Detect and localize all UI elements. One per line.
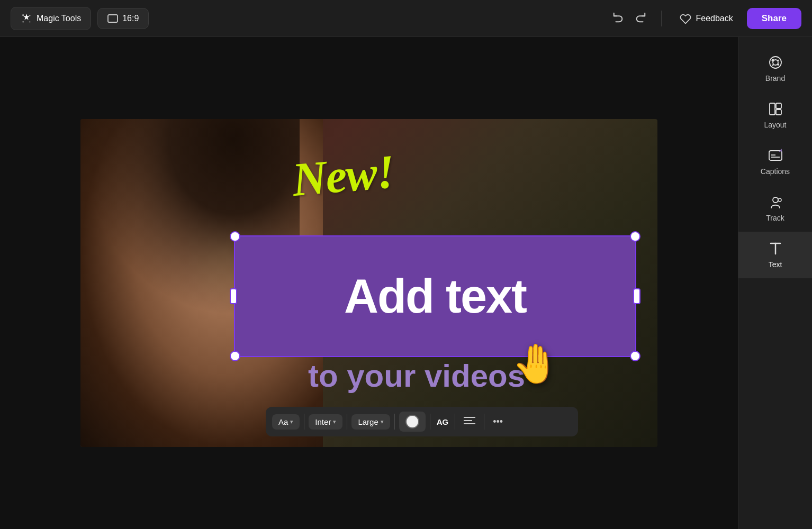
text-format-toolbar: Aa ▾ Inter ▾ Large ▾ AG: [266, 407, 578, 436]
font-family-button[interactable]: Inter ▾: [309, 414, 342, 430]
share-button[interactable]: Share: [747, 8, 801, 29]
sidebar-item-text[interactable]: Text: [738, 232, 812, 278]
handle-middle-left[interactable]: [230, 288, 237, 304]
svg-rect-16: [776, 110, 781, 115]
svg-rect-15: [776, 103, 781, 108]
aspect-ratio-icon: [107, 14, 118, 23]
right-sidebar: Brand Layout Captions: [738, 37, 812, 529]
sidebar-item-track[interactable]: Track: [738, 185, 812, 232]
text-case-label: AG: [435, 414, 451, 430]
sidebar-item-captions[interactable]: Captions: [738, 139, 812, 185]
align-icon: [464, 416, 475, 425]
selection-box: [234, 235, 636, 357]
layout-icon: [768, 102, 783, 116]
magic-tools-button[interactable]: Magic Tools: [11, 7, 91, 30]
svg-rect-14: [770, 103, 775, 115]
color-swatch: [405, 415, 419, 428]
font-size-select-chevron: ▾: [381, 418, 384, 425]
svg-point-20: [773, 197, 778, 203]
svg-point-12: [772, 65, 773, 66]
font-size-select-button[interactable]: Large ▾: [351, 414, 390, 430]
svg-rect-17: [769, 151, 782, 160]
svg-point-8: [770, 57, 781, 68]
svg-point-11: [777, 60, 779, 61]
font-size-chevron: ▾: [290, 418, 293, 425]
share-label: Share: [762, 13, 787, 23]
text-align-button[interactable]: [459, 413, 480, 431]
toolbar-sep-6: [484, 414, 484, 430]
sidebar-text-label: Text: [769, 260, 782, 269]
feedback-label: Feedback: [696, 14, 733, 23]
redo-button[interactable]: [630, 7, 651, 30]
handle-bottom-right[interactable]: [630, 351, 640, 361]
video-canvas: New! Add text to your videos 🤚: [80, 119, 657, 447]
toolbar-sep-1: [304, 414, 304, 430]
aspect-ratio-label: 16:9: [122, 14, 139, 23]
color-button[interactable]: [399, 412, 426, 432]
undo-button[interactable]: [608, 7, 628, 30]
brand-icon: [768, 55, 783, 70]
handle-middle-right[interactable]: [633, 288, 640, 304]
svg-point-1: [30, 21, 31, 22]
svg-point-21: [778, 198, 781, 202]
font-family-label: Inter: [315, 417, 331, 426]
more-options-button[interactable]: •••: [489, 413, 507, 431]
undo-icon: [612, 11, 624, 23]
handle-bottom-left[interactable]: [230, 351, 240, 361]
top-bar: Magic Tools 16:9 Feedback Share: [0, 0, 812, 37]
svg-point-13: [777, 63, 779, 66]
sidebar-item-brand[interactable]: Brand: [738, 45, 812, 92]
magic-tools-label: Magic Tools: [37, 14, 81, 23]
handle-top-left[interactable]: [230, 231, 240, 242]
track-icon: [768, 195, 783, 209]
svg-point-0: [22, 14, 24, 16]
undo-redo-group: [608, 7, 651, 30]
svg-point-3: [22, 21, 23, 22]
sparkle-icon: [21, 13, 32, 24]
svg-rect-4: [108, 15, 118, 22]
redo-icon: [635, 11, 646, 23]
sidebar-captions-label: Captions: [761, 167, 790, 176]
more-options-label: •••: [493, 416, 503, 427]
cursor-hand: 🤚: [512, 341, 560, 386]
font-size-button[interactable]: Aa ▾: [272, 414, 300, 430]
svg-point-10: [771, 59, 774, 62]
feedback-button[interactable]: Feedback: [672, 9, 740, 28]
heart-icon: [680, 13, 691, 24]
font-size-select-label: Large: [358, 417, 378, 426]
sidebar-layout-label: Layout: [764, 121, 786, 129]
toolbar-sep-3: [394, 414, 395, 430]
svg-point-2: [30, 15, 31, 16]
sidebar-track-label: Track: [766, 214, 784, 222]
text-icon: [768, 241, 783, 256]
font-size-icon-label: Aa: [278, 417, 288, 426]
handle-top-right[interactable]: [630, 231, 640, 242]
sidebar-brand-label: Brand: [765, 74, 785, 83]
canvas-area[interactable]: New! Add text to your videos 🤚: [0, 37, 738, 529]
toolbar-sep-2: [347, 414, 347, 430]
aspect-ratio-button[interactable]: 16:9: [97, 8, 149, 29]
sidebar-item-layout[interactable]: Layout: [738, 92, 812, 139]
toolbar-sep-5: [455, 414, 455, 430]
toolbar-divider: [661, 11, 662, 26]
main-area: New! Add text to your videos 🤚: [0, 37, 812, 529]
font-family-chevron: ▾: [333, 418, 336, 425]
toolbar-sep-4: [430, 414, 430, 430]
captions-icon: [768, 148, 783, 163]
